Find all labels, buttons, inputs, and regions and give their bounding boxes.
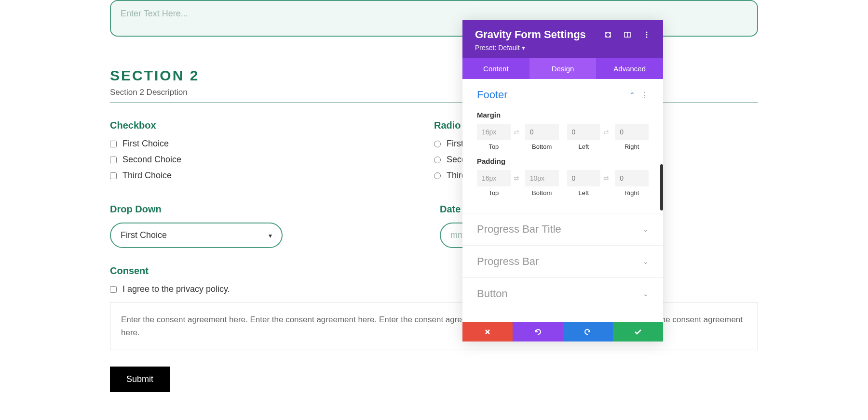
padding-top-input[interactable] <box>477 170 511 186</box>
margin-label: Margin <box>477 111 649 119</box>
tab-design[interactable]: Design <box>529 58 597 79</box>
checkbox-option[interactable]: Second Choice <box>110 155 434 165</box>
svg-point-4 <box>646 34 648 36</box>
padding-bottom-input[interactable] <box>525 170 559 186</box>
checkbox-option[interactable]: First Choice <box>110 139 434 149</box>
submit-button[interactable]: Submit <box>110 367 170 392</box>
checkbox-input[interactable] <box>110 141 117 147</box>
accordion-button[interactable]: Button⌄ <box>462 278 663 310</box>
checkbox-input[interactable] <box>110 172 117 179</box>
tab-content[interactable]: Content <box>462 58 529 79</box>
radio-input[interactable] <box>434 172 441 179</box>
chevron-down-icon: ⌄ <box>643 225 649 233</box>
padding-right-input[interactable] <box>615 170 649 186</box>
svg-point-5 <box>646 37 648 38</box>
chevron-down-icon: ▾ <box>269 232 272 239</box>
panel-header: Gravity Form Settings Preset: Default ▾ <box>462 20 663 58</box>
redo-button[interactable] <box>563 322 613 341</box>
undo-button[interactable] <box>513 322 563 341</box>
link-icon[interactable]: ⇄ <box>603 124 612 136</box>
columns-icon[interactable] <box>624 31 631 39</box>
link-icon[interactable]: ⇄ <box>514 170 522 182</box>
link-icon[interactable]: ⇄ <box>603 170 612 182</box>
textarea-placeholder: Enter Text Here... <box>121 9 188 18</box>
chevron-down-icon: ⌄ <box>643 258 649 265</box>
panel-title: Gravity Form Settings <box>475 28 586 41</box>
more-icon[interactable] <box>643 31 651 39</box>
padding-label: Padding <box>477 157 649 165</box>
padding-left-input[interactable] <box>567 170 601 186</box>
cancel-button[interactable] <box>462 322 513 341</box>
checkbox-option[interactable]: Third Choice <box>110 171 434 181</box>
accordion-progress-bar[interactable]: Progress Bar⌄ <box>462 246 663 277</box>
svg-point-3 <box>646 32 648 33</box>
panel-footer <box>462 322 663 341</box>
checkbox-label: Checkbox <box>110 120 434 131</box>
margin-left-input[interactable] <box>567 124 601 140</box>
link-icon[interactable]: ⇄ <box>514 124 522 136</box>
scrollbar-thumb[interactable] <box>660 164 663 210</box>
consent-checkbox[interactable] <box>110 286 117 293</box>
settings-tabs: Content Design Advanced <box>462 58 663 79</box>
save-button[interactable] <box>613 322 663 341</box>
margin-right-input[interactable] <box>615 124 649 140</box>
preset-selector[interactable]: Preset: Default ▾ <box>475 44 651 52</box>
margin-bottom-input[interactable] <box>525 124 559 140</box>
accordion-progress-bar-title[interactable]: Progress Bar Title⌄ <box>462 213 663 245</box>
chevron-down-icon: ▾ <box>522 44 525 52</box>
expand-icon[interactable] <box>604 31 612 39</box>
dropdown-select[interactable]: First Choice ▾ <box>110 223 283 248</box>
more-icon[interactable]: ⋮ <box>641 91 649 100</box>
radio-input[interactable] <box>434 157 441 163</box>
radio-input[interactable] <box>434 141 441 147</box>
tab-advanced[interactable]: Advanced <box>596 58 663 79</box>
accordion-footer[interactable]: Footer ⌃ ⋮ <box>462 79 663 111</box>
chevron-up-icon: ⌃ <box>629 91 635 99</box>
settings-panel: Gravity Form Settings Preset: Default ▾ … <box>462 20 663 341</box>
chevron-down-icon: ⌄ <box>643 290 649 298</box>
checkbox-input[interactable] <box>110 157 117 163</box>
panel-body: Footer ⌃ ⋮ Margin Top ⇄ Bottom Left ⇄ Ri… <box>462 79 663 322</box>
margin-top-input[interactable] <box>477 124 511 140</box>
dropdown-label: Drop Down <box>110 204 428 215</box>
accordion-confirmation[interactable]: Confirmation Message⌄ <box>462 310 663 322</box>
